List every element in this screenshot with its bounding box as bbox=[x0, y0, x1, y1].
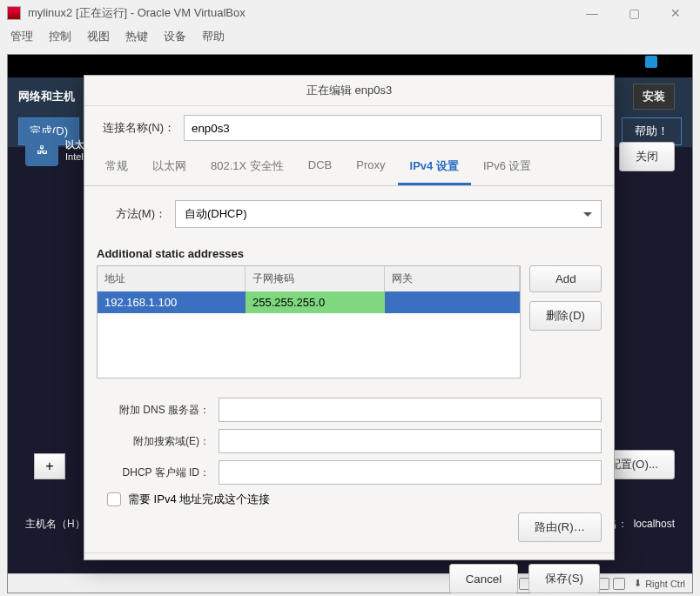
hostname-label: 主机名（H） bbox=[25, 517, 85, 532]
dhcp-client-label: DHCP 客户端 ID： bbox=[97, 465, 210, 480]
cell-gateway[interactable] bbox=[385, 291, 520, 313]
menu-manage[interactable]: 管理 bbox=[10, 29, 33, 44]
method-select[interactable]: 自动(DHCP) bbox=[175, 200, 602, 228]
notification-icon[interactable] bbox=[645, 56, 657, 68]
close-button[interactable]: 关闭 bbox=[619, 142, 675, 171]
virtualbox-logo-icon bbox=[7, 6, 21, 20]
tab-ipv6[interactable]: IPv6 设置 bbox=[471, 150, 544, 185]
search-domain-label: 附加搜索域(E)： bbox=[97, 434, 210, 449]
dns-label: 附加 DNS 服务器： bbox=[97, 403, 210, 418]
dns-input[interactable] bbox=[219, 398, 602, 422]
settings-tabs: 常规 以太网 802.1X 安全性 DCB Proxy IPv4 设置 IPv6… bbox=[84, 150, 614, 186]
tab-dcb[interactable]: DCB bbox=[296, 150, 344, 185]
panel-title: 网络和主机 bbox=[18, 89, 75, 104]
hostname-value: localhost bbox=[634, 518, 675, 530]
menu-control[interactable]: 控制 bbox=[49, 29, 71, 44]
routes-button[interactable]: 路由(R)… bbox=[518, 512, 602, 542]
tab-8021x[interactable]: 802.1X 安全性 bbox=[199, 150, 296, 185]
add-interface-button[interactable]: + bbox=[34, 453, 65, 479]
cell-netmask[interactable]: 255.255.255.0 bbox=[246, 291, 385, 313]
chevron-down-icon bbox=[583, 212, 592, 221]
window-title: mylinux2 [正在运行] - Oracle VM VirtualBox bbox=[28, 5, 568, 21]
addresses-title: Additional static addresses bbox=[97, 247, 602, 260]
col-netmask: 子网掩码 bbox=[246, 266, 385, 291]
minimize-button[interactable]: — bbox=[575, 6, 609, 20]
maximize-button[interactable]: ▢ bbox=[616, 6, 651, 20]
menu-devices[interactable]: 设备 bbox=[164, 29, 186, 44]
dialog-title: 正在编辑 enp0s3 bbox=[84, 76, 614, 106]
require-ipv4-checkbox[interactable] bbox=[107, 492, 121, 506]
sb-mouse-icon[interactable] bbox=[613, 578, 625, 590]
col-address: 地址 bbox=[98, 266, 246, 291]
addresses-table[interactable]: 地址 子网掩码 网关 192.168.1.100 255.255.255.0 bbox=[97, 265, 521, 378]
cell-address[interactable]: 192.168.1.100 bbox=[98, 291, 246, 313]
add-address-button[interactable]: Add bbox=[529, 265, 602, 292]
connection-name-input[interactable] bbox=[184, 115, 602, 141]
close-window-button[interactable]: ✕ bbox=[658, 6, 693, 20]
delete-address-button[interactable]: 删除(D) bbox=[529, 301, 602, 331]
menu-view[interactable]: 视图 bbox=[87, 29, 110, 44]
method-value: 自动(DHCP) bbox=[185, 206, 247, 222]
virtualbox-titlebar: mylinux2 [正在运行] - Oracle VM VirtualBox —… bbox=[0, 0, 700, 26]
edit-connection-dialog: 正在编辑 enp0s3 连接名称(N)： 常规 以太网 802.1X 安全性 D… bbox=[84, 75, 615, 560]
ethernet-icon: 🖧 bbox=[25, 133, 58, 166]
host-key-label: Right Ctrl bbox=[645, 579, 685, 589]
table-row[interactable]: 192.168.1.100 255.255.255.0 bbox=[98, 291, 520, 313]
chevron-down-icon: ⬇ bbox=[634, 578, 642, 589]
ethernet-card[interactable]: 🖧 以太 Intel bbox=[25, 133, 84, 166]
method-label: 方法(M)： bbox=[97, 206, 166, 222]
require-ipv4-label: 需要 IPv4 地址完成这个连接 bbox=[128, 492, 270, 507]
ethernet-sublabel: Intel bbox=[65, 151, 84, 162]
install-button[interactable]: 安装 bbox=[633, 84, 675, 110]
tab-general[interactable]: 常规 bbox=[93, 150, 140, 185]
menu-help[interactable]: 帮助 bbox=[202, 29, 225, 44]
connection-name-label: 连接名称(N)： bbox=[97, 120, 175, 136]
search-domain-input[interactable] bbox=[219, 429, 602, 453]
ethernet-label: 以太 bbox=[65, 138, 84, 151]
table-header: 地址 子网掩码 网关 bbox=[98, 266, 520, 291]
virtualbox-menubar: 管理 控制 视图 热键 设备 帮助 bbox=[0, 26, 700, 47]
dhcp-client-input[interactable] bbox=[219, 460, 602, 485]
cancel-button[interactable]: Cancel bbox=[449, 564, 519, 593]
save-button[interactable]: 保存(S) bbox=[528, 564, 600, 593]
menu-hotkeys[interactable]: 热键 bbox=[125, 29, 148, 44]
tab-ethernet[interactable]: 以太网 bbox=[140, 150, 199, 185]
col-gateway: 网关 bbox=[385, 266, 520, 291]
tab-ipv4[interactable]: IPv4 设置 bbox=[398, 150, 471, 185]
tab-proxy[interactable]: Proxy bbox=[344, 150, 397, 185]
